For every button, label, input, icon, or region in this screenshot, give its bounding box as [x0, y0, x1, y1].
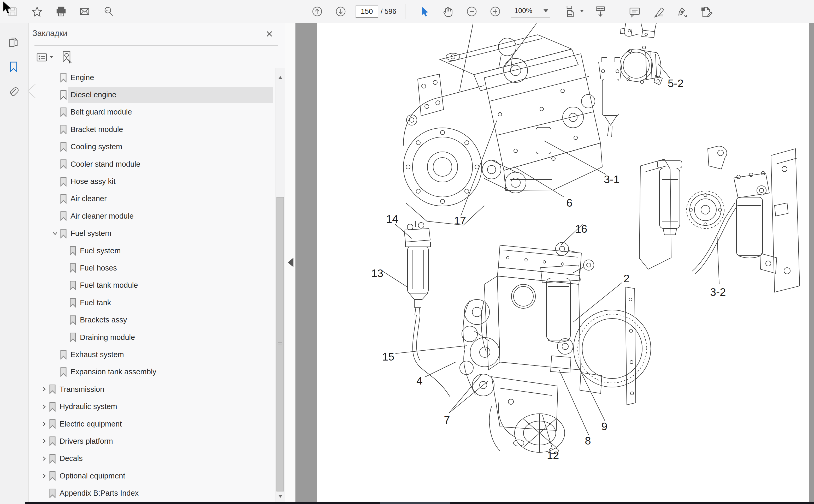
bookmark-item-hydraulic-system[interactable]: Hydraulic system	[29, 398, 275, 415]
bookmark-item-fuel-system-child[interactable]: Fuel system	[29, 242, 275, 259]
bookmark-item-hose-assy-kit[interactable]: Hose assy kit	[29, 173, 275, 190]
bookmark-item-electric-equipment[interactable]: Electric equipment	[29, 415, 275, 433]
callout-label: 16	[575, 223, 587, 235]
bookmark-item-bracket-module[interactable]: Bracket module	[29, 121, 275, 138]
previous-page-button[interactable]	[312, 6, 322, 17]
bookmark-label: Air cleaner module	[70, 212, 137, 220]
scrolling-mode-icon[interactable]	[594, 5, 607, 18]
scroll-down-icon[interactable]	[278, 495, 283, 498]
callout-label: 3-1	[604, 173, 620, 185]
expand-chevron-icon[interactable]	[40, 472, 48, 479]
bookmark-icon	[68, 263, 77, 273]
scrollbar-grip	[278, 343, 282, 343]
collapse-expander-icon[interactable]	[51, 230, 59, 237]
bookmark-item-transmission[interactable]: Transmission	[29, 381, 275, 398]
page-total-label: / 596	[381, 0, 396, 23]
hand-tool-icon[interactable]	[442, 6, 454, 18]
bookmark-icon	[48, 419, 57, 429]
bookmark-item-belt-guard-module[interactable]: Belt guard module	[29, 104, 275, 121]
document-viewport[interactable]: 17 6 3-1 5-2 14 16 13 2 3-2 15 4 7 12 8 …	[296, 23, 814, 504]
bookmark-item-fuel-hoses[interactable]: Fuel hoses	[29, 259, 275, 277]
bookmark-item-expansion-tank-assembly[interactable]: Expansion tank assembly	[29, 363, 275, 381]
star-icon[interactable]	[32, 6, 42, 17]
bookmark-item-air-cleaner[interactable]: Air cleaner	[29, 190, 275, 207]
bookmark-item-drivers-platform[interactable]: Drivers platform	[29, 433, 275, 450]
email-icon[interactable]	[79, 6, 90, 17]
bookmark-label: Belt guard module	[70, 108, 135, 116]
callout-label: 7	[444, 414, 450, 426]
bookmark-item-fuel-tank-module[interactable]: Fuel tank module	[29, 277, 275, 294]
bookmark-label: Bracket module	[70, 125, 127, 134]
bookmark-icon	[59, 177, 68, 187]
bookmark-label: Fuel system	[70, 229, 115, 238]
engine-diagram-top	[403, 35, 602, 225]
scrollbar-grip	[278, 345, 282, 345]
zoom-in-button[interactable]	[490, 6, 500, 17]
bookmark-icon	[48, 471, 57, 481]
engine-diagram-bottom	[404, 221, 651, 454]
search-icon[interactable]	[103, 6, 114, 17]
bookmark-item-exhaust-system[interactable]: Exhaust system	[29, 346, 275, 363]
fill-sign-icon[interactable]	[677, 6, 689, 18]
scrollbar-thumb[interactable]	[277, 197, 284, 491]
bookmark-item-optional-equipment[interactable]: Optional equipment	[29, 467, 275, 484]
bookmark-item-draining-module[interactable]: Draining module	[29, 329, 275, 346]
callout-label: 2	[624, 272, 630, 285]
bookmark-icon	[48, 454, 57, 464]
expand-chevron-icon[interactable]	[40, 438, 48, 445]
bookmark-label: Fuel hoses	[79, 264, 121, 272]
collapse-panel-icon[interactable]	[286, 257, 295, 268]
bookmark-item-fuel-tank[interactable]: Fuel tank	[29, 294, 275, 311]
bookmark-label: Optional equipment	[59, 472, 129, 480]
bookmark-item-diesel-engine[interactable]: Diesel engine	[29, 86, 275, 103]
panel-title: Закладки	[32, 29, 67, 38]
bookmark-item-cooling-system[interactable]: Cooling system	[29, 138, 275, 155]
zoom-level-dropdown[interactable]: 100%	[511, 5, 550, 17]
bookmark-item-engine[interactable]: Engine	[29, 69, 275, 86]
expand-chevron-icon[interactable]	[40, 386, 48, 393]
bookmark-item-fuel-system[interactable]: Fuel system	[29, 225, 275, 242]
divider	[34, 45, 278, 46]
bookmark-options-icon[interactable]	[36, 52, 47, 63]
bookmark-item-cooler-stand-module[interactable]: Cooler stand module	[29, 155, 275, 173]
chevron-down-icon	[50, 56, 53, 58]
bookmark-label: Fuel system	[79, 247, 124, 255]
chevron-down-icon	[580, 10, 584, 12]
bookmark-label: Exhaust system	[70, 350, 128, 359]
panel-scrollbar[interactable]	[275, 68, 285, 504]
scroll-up-icon[interactable]	[278, 76, 283, 79]
go-to-current-bookmark-icon[interactable]	[61, 51, 73, 64]
attachments-icon[interactable]	[8, 86, 19, 98]
expand-chevron-icon[interactable]	[40, 421, 48, 427]
bookmark-icon	[59, 107, 68, 117]
expand-chevron-icon[interactable]	[40, 403, 48, 410]
page-number-input[interactable]: 150	[356, 5, 378, 18]
comment-icon[interactable]	[629, 6, 641, 18]
bookmark-item-decals[interactable]: Decals	[29, 450, 275, 467]
highlighter-icon[interactable]	[653, 6, 665, 18]
select-tool-icon[interactable]	[420, 6, 430, 17]
bookmark-label: Hose assy kit	[70, 177, 119, 186]
bookmarks-panel: Закладки Engine Diesel engine	[29, 23, 285, 504]
bookmark-icon	[59, 211, 68, 221]
bookmark-label: Expansion tank assembly	[70, 368, 160, 376]
callout-label: 8	[585, 435, 591, 447]
bookmark-label: Cooler stand module	[70, 160, 144, 169]
close-icon[interactable]	[266, 30, 273, 38]
mouse-cursor	[1, 1, 13, 15]
panel-resize-divider[interactable]	[285, 23, 296, 504]
chevron-down-icon	[543, 9, 548, 12]
bookmark-item-appendix-b-parts-index[interactable]: Appendix B:Parts Index	[29, 484, 275, 502]
print-icon[interactable]	[56, 6, 66, 17]
fit-width-icon[interactable]	[565, 5, 578, 18]
zoom-out-button[interactable]	[466, 6, 477, 17]
bookmark-item-air-cleaner-module[interactable]: Air cleaner module	[29, 207, 275, 225]
expand-chevron-icon[interactable]	[40, 455, 48, 462]
edit-document-icon[interactable]	[701, 6, 713, 18]
page-thumbnails-icon[interactable]	[8, 37, 19, 48]
next-page-button[interactable]	[336, 6, 346, 17]
bookmark-label: Air cleaner	[70, 194, 110, 203]
bookmarks-panel-icon[interactable]	[8, 61, 19, 73]
bookmark-icon	[48, 436, 57, 446]
bookmark-item-brackets-assy[interactable]: Brackets assy	[29, 311, 275, 328]
